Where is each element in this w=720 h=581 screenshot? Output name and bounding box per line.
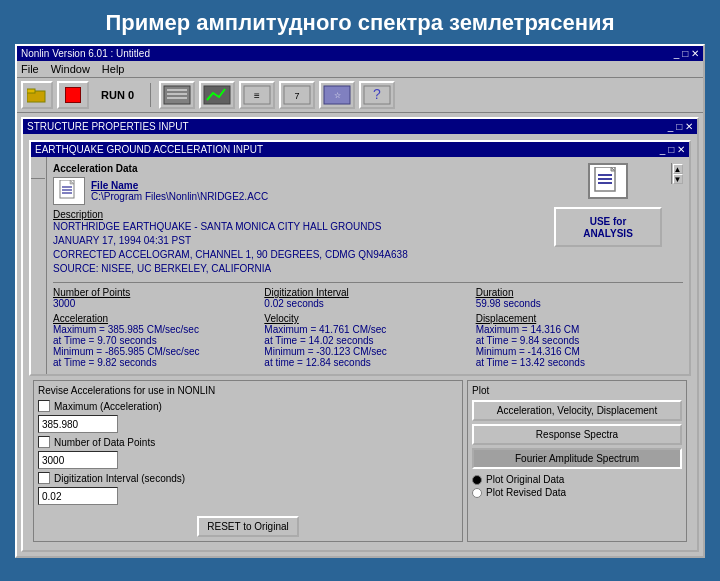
accel-max-time: at Time = 9.70 seconds xyxy=(53,335,260,346)
plot-response-spectra-btn[interactable]: Response Spectra xyxy=(472,424,682,445)
stop-button[interactable] xyxy=(57,81,89,109)
toolbar-btn-3[interactable]: ≡ xyxy=(239,81,275,109)
revise-box: Revise Accelerations for use in NONLIN M… xyxy=(33,380,463,542)
dig-interval-group: Digitization Interval 0.02 seconds xyxy=(264,287,471,309)
file-path: C:\Program Files\Nonlin\NRIDGE2.ACC xyxy=(91,191,268,202)
eq-top: Acceleration Data File Name C:\Program F… xyxy=(53,163,683,276)
velocity-group: Velocity Maximum = 41.761 CM/sec at Time… xyxy=(264,313,471,368)
displacement-group: Displacement Maximum = 14.316 CM at Time… xyxy=(476,313,683,368)
checkbox-num-points[interactable] xyxy=(38,436,50,448)
eq-controls: _ □ ✕ xyxy=(660,144,685,155)
checkbox-num-points-label: Number of Data Points xyxy=(54,437,155,448)
velocity-max-time: at Time = 14.02 seconds xyxy=(264,335,471,346)
toolbar-btn-1[interactable] xyxy=(159,81,195,109)
svg-text:7: 7 xyxy=(295,91,300,101)
scrollbar[interactable]: ▲ ▼ xyxy=(671,163,683,184)
displacement-max-time: at Time = 9.84 seconds xyxy=(476,335,683,346)
velocity-label: Velocity xyxy=(264,313,471,324)
accel-label: Acceleration xyxy=(53,313,260,324)
toolbar-btn-5[interactable]: ☆ xyxy=(319,81,355,109)
separator xyxy=(150,83,151,107)
checkbox-dig-interval-label: Digitization Interval (seconds) xyxy=(54,473,185,484)
reset-button[interactable]: RESET to Original xyxy=(197,516,299,537)
svg-text:≡: ≡ xyxy=(254,90,260,101)
run-label: RUN 0 xyxy=(101,89,134,101)
dig-interval-input[interactable] xyxy=(38,487,118,505)
menu-help[interactable]: Help xyxy=(102,63,125,75)
duration-label: Duration xyxy=(476,287,683,298)
svg-rect-1 xyxy=(27,89,35,93)
struct-title: STRUCTURE PROPERTIES INPUT xyxy=(27,121,189,132)
file-name-area: File Name C:\Program Files\Nonlin\NRIDGE… xyxy=(91,180,268,202)
file-name-label: File Name xyxy=(91,180,268,191)
dig-interval-label: Digitization Interval xyxy=(264,287,471,298)
slide-title: Пример амплитудного спектра землетрясени… xyxy=(0,0,720,44)
svg-rect-2 xyxy=(164,86,190,104)
eq-title: EARTHQUAKE GROUND ACCELERATION INPUT xyxy=(35,144,263,155)
nonlin-controls: _ □ ✕ xyxy=(674,48,699,59)
menu-file[interactable]: File xyxy=(21,63,39,75)
sidebar-left xyxy=(31,157,47,374)
check-row-2: Number of Data Points xyxy=(38,436,458,448)
displacement-min: Minimum = -14.316 CM xyxy=(476,346,683,357)
displacement-label: Displacement xyxy=(476,313,683,324)
num-points-input[interactable] xyxy=(38,451,118,469)
accel-min: Minimum = -865.985 CM/sec/sec xyxy=(53,346,260,357)
toolbar-btn-2[interactable] xyxy=(199,81,235,109)
eq-stats: Number of Points 3000 Digitization Inter… xyxy=(53,282,683,368)
eq-content: Acceleration Data File Name C:\Program F… xyxy=(47,157,689,374)
toolbar: RUN 0 ≡ 7 ☆ ? xyxy=(17,78,703,113)
velocity-max: Maximum = 41.761 CM/sec xyxy=(264,324,471,335)
duration-val: 59.98 seconds xyxy=(476,298,683,309)
nonlin-title: Nonlin Version 6.01 : Untitled xyxy=(21,48,150,59)
file-row: File Name C:\Program Files\Nonlin\NRIDGE… xyxy=(53,177,545,205)
file-icon xyxy=(53,177,85,205)
displacement-min-time: at Time = 13.42 seconds xyxy=(476,357,683,368)
eq-window: EARTHQUAKE GROUND ACCELERATION INPUT _ □… xyxy=(29,140,691,376)
velocity-min: Minimum = -30.123 CM/sec xyxy=(264,346,471,357)
eq-main: Acceleration Data File Name C:\Program F… xyxy=(47,157,689,374)
folder-icon[interactable] xyxy=(21,81,53,109)
struct-content: EARTHQUAKE GROUND ACCELERATION INPUT _ □… xyxy=(23,134,697,550)
struct-titlebar: STRUCTURE PROPERTIES INPUT _ □ ✕ xyxy=(23,119,697,134)
checkbox-max-accel[interactable] xyxy=(38,400,50,412)
max-accel-input[interactable] xyxy=(38,415,118,433)
menu-window[interactable]: Window xyxy=(51,63,90,75)
checkbox-max-accel-label: Maximum (Acceleration) xyxy=(54,401,162,412)
eq-titlebar: EARTHQUAKE GROUND ACCELERATION INPUT _ □… xyxy=(31,142,689,157)
checkbox-dig-interval[interactable] xyxy=(38,472,50,484)
description-label: Description xyxy=(53,209,545,220)
accel-data-right: USE for ANALYSIS xyxy=(553,163,663,247)
radio-revised-label: Plot Revised Data xyxy=(486,487,566,498)
nonlin-window: Nonlin Version 6.01 : Untitled _ □ ✕ Fil… xyxy=(15,44,705,558)
check-row-1: Maximum (Acceleration) xyxy=(38,400,458,412)
radio-revised[interactable] xyxy=(472,488,482,498)
revise-title: Revise Accelerations for use in NONLIN xyxy=(38,385,458,396)
plot-title: Plot xyxy=(472,385,682,396)
svg-text:☆: ☆ xyxy=(334,91,341,100)
plot-accel-velocity-btn[interactable]: Acceleration, Velocity, Displacement xyxy=(472,400,682,421)
duration-group: Duration 59.98 seconds xyxy=(476,287,683,309)
description-text: NORTHRIDGE EARTHQUAKE - SANTA MONICA CIT… xyxy=(53,220,545,276)
accel-min-time: at Time = 9.82 seconds xyxy=(53,357,260,368)
accel-max: Maximum = 385.985 CM/sec/sec xyxy=(53,324,260,335)
accel-data-label: Acceleration Data xyxy=(53,163,545,174)
num-points-group: Number of Points 3000 xyxy=(53,287,260,309)
velocity-min-time: at time = 12.84 seconds xyxy=(264,357,471,368)
accel-data-left: Acceleration Data File Name C:\Program F… xyxy=(53,163,545,276)
radio-original-label: Plot Original Data xyxy=(486,474,564,485)
struct-window: STRUCTURE PROPERTIES INPUT _ □ ✕ EARTHQU… xyxy=(21,117,699,552)
svg-text:?: ? xyxy=(373,86,381,102)
plot-fourier-btn[interactable]: Fourier Amplitude Spectrum xyxy=(472,448,682,469)
check-row-3: Digitization Interval (seconds) xyxy=(38,472,458,484)
num-points-label: Number of Points xyxy=(53,287,260,298)
nonlin-titlebar: Nonlin Version 6.01 : Untitled _ □ ✕ xyxy=(17,46,703,61)
file-icon-large xyxy=(588,163,628,199)
radio-row-2: Plot Revised Data xyxy=(472,487,682,498)
use-for-analysis-button[interactable]: USE for ANALYSIS xyxy=(554,207,662,247)
radio-original[interactable] xyxy=(472,475,482,485)
toolbar-btn-6[interactable]: ? xyxy=(359,81,395,109)
toolbar-btn-4[interactable]: 7 xyxy=(279,81,315,109)
accel-group: Acceleration Maximum = 385.985 CM/sec/se… xyxy=(53,313,260,368)
radio-row-1: Plot Original Data xyxy=(472,474,682,485)
